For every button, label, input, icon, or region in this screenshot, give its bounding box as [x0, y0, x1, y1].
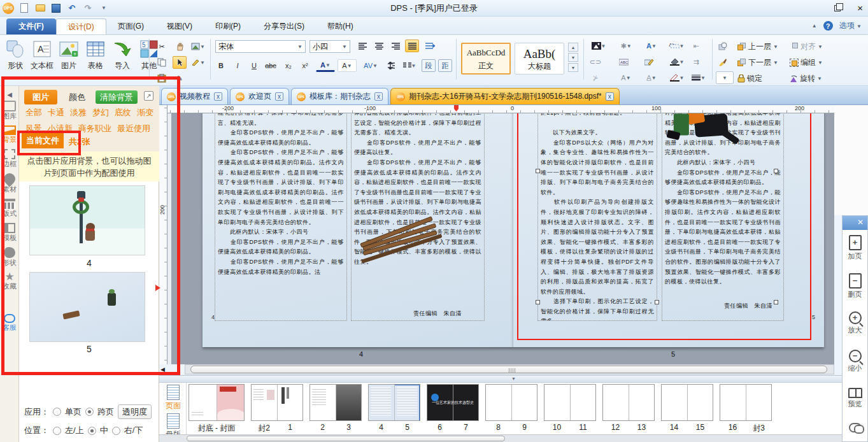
spread-10-11[interactable]: 1011 [544, 384, 596, 434]
background-thumbnail-5[interactable] [29, 272, 145, 342]
paste-icon[interactable] [155, 72, 169, 85]
align-center-button[interactable] [372, 39, 386, 52]
stack-icon[interactable] [716, 39, 730, 52]
paragraph-button[interactable]: 段 [422, 59, 436, 72]
superscript-button[interactable]: x² [298, 59, 312, 72]
spread-4-5[interactable]: 45 [368, 384, 420, 434]
selection-handle[interactable] [536, 169, 540, 173]
unlink-icon[interactable]: ⊁ [588, 71, 602, 84]
select-tool-button[interactable] [173, 56, 187, 69]
sidebar-item-border[interactable]: 边框 [0, 149, 19, 169]
wechat-button[interactable] [843, 423, 867, 432]
design-canvas[interactable]: 4 5 能化的价格计算，保障下单印刷过程无需多言、精准无误。 金印客DPS软件，… [167, 113, 834, 364]
menu-design[interactable]: 设计(D) [56, 18, 106, 34]
styles-more-icon[interactable]: ▼ [568, 63, 578, 72]
cat-texture[interactable]: 底纹 [115, 107, 131, 118]
text-frame-p4c2[interactable]: 体的智能化设计排版印刷软件，也是目前唯的工艺设定，智能化的价格计算，保障下单印刷… [351, 113, 485, 321]
sidebar-item-gallery[interactable]: 图库 [0, 101, 19, 121]
delete-page-button[interactable]: −删页 [843, 273, 867, 299]
char-spacing-button[interactable]: AV▼ [360, 59, 381, 72]
bring-forward-button[interactable]: 上一层▼ [737, 41, 778, 52]
line-spacing-button[interactable] [383, 59, 397, 72]
align-justify-button[interactable] [405, 39, 419, 52]
spread-12-13[interactable]: 1213 [602, 384, 655, 434]
selection-handle[interactable] [774, 300, 778, 304]
style-body-text[interactable]: AaBbCcDd 正文 [461, 43, 511, 75]
options-button[interactable]: 选项 ▼ [839, 20, 862, 31]
close-button[interactable]: × [857, 3, 863, 13]
close-tab-icon[interactable]: x [275, 92, 283, 101]
pen-tool-icon[interactable]: ▼ [189, 56, 208, 69]
spread-2-3[interactable]: 23 [309, 384, 362, 434]
sidebar-item-shape[interactable]: 形状 [0, 247, 19, 267]
scrollbar-thumb[interactable] [190, 366, 827, 373]
copy-icon[interactable] [155, 56, 169, 69]
close-tab-icon[interactable]: x [214, 92, 222, 101]
zoom-in-button[interactable]: +放大 [843, 311, 867, 335]
spell-check-icon[interactable]: ABC [616, 55, 630, 68]
current-file-tab[interactable]: 当前文件 [22, 133, 64, 148]
distribute-button[interactable] [423, 39, 437, 52]
format-painter-icon[interactable] [716, 55, 730, 68]
import-button[interactable]: 导入 [111, 38, 134, 71]
ruler-marker-icon[interactable] [454, 105, 459, 111]
bold-button[interactable]: B [214, 59, 228, 72]
spread-6-7[interactable]: 一位艺术家的技术选型史 67 [427, 384, 479, 434]
menu-print[interactable]: 印刷(P) [204, 18, 252, 34]
spread-16-f3[interactable]: 16封3 [720, 384, 772, 434]
line-weight-button[interactable]: ▼ [689, 71, 708, 84]
font-style-a-icon[interactable]: A▼ [642, 39, 661, 52]
pos-left-radio[interactable] [53, 427, 61, 435]
font-size-select[interactable]: 小四▼ [309, 40, 350, 53]
panel-tab-color[interactable]: 颜色 [61, 90, 93, 104]
close-tab-icon[interactable]: x [606, 92, 614, 101]
shape-fill-swatch[interactable]: ▼ [716, 71, 734, 84]
insert-picture-button[interactable]: + 图片 [57, 38, 80, 71]
zoom-tool-icon[interactable]: ✎ [173, 72, 187, 85]
background-thumbnail-4[interactable] [29, 185, 145, 255]
apply-single-radio[interactable] [53, 408, 61, 416]
scrollbar-thumb[interactable] [187, 436, 505, 441]
effect-settings-icon[interactable]: ✱▼ [616, 39, 636, 52]
text-wrap-button[interactable]: ▼ [588, 39, 609, 52]
selection-handle[interactable] [774, 169, 778, 173]
close-tab-icon[interactable]: x [374, 92, 383, 101]
add-page-button[interactable]: +加页 [843, 235, 867, 261]
sidebar-item-background[interactable]: 背景 [0, 125, 19, 145]
send-backward-button[interactable]: 下一层▼ [737, 57, 778, 68]
sidebar-item-template[interactable]: 模板 [0, 223, 19, 243]
indent-left-icon[interactable]: ⇤ [689, 39, 703, 52]
font-family-select[interactable]: 宋体▼ [215, 40, 306, 53]
styles-scroll-up-icon[interactable]: ▲ [568, 43, 578, 52]
menu-help[interactable]: 帮助(H) [316, 18, 365, 34]
cat-all[interactable]: 全部 [25, 107, 42, 118]
doc-tab-template-library[interactable]: DPS 模板库：期刊杂志x [291, 88, 388, 104]
preview-button[interactable]: 预览 [843, 388, 867, 409]
spread-f2-1[interactable]: 封21 [251, 384, 303, 434]
sidebar-item-service[interactable]: 客服 [0, 314, 19, 332]
cat-recent[interactable]: 最近使用 [117, 123, 150, 134]
rotate-button[interactable]: 旋转▼ [790, 73, 822, 84]
text-frame-p4c1[interactable]: 能化的价格计算，保障下单印刷过程无需多言、精准无误。 金印客DPS软件，使用户足… [215, 113, 347, 321]
style-headline[interactable]: AaBb( 大标题 [515, 43, 564, 75]
pos-right-radio[interactable] [112, 427, 120, 435]
cat-elegant[interactable]: 淡雅 [70, 107, 87, 118]
sidebar-item-layout[interactable]: 版式 [0, 199, 19, 218]
cat-dream[interactable]: 梦幻 [92, 107, 109, 118]
opacity-button[interactable]: 透明度 [118, 404, 152, 419]
indent-right-icon[interactable]: ⇉ [689, 55, 703, 68]
tab-pages[interactable]: 页面 [161, 385, 185, 411]
cat-business[interactable]: 商务职业 [78, 123, 111, 134]
collapse-ribbon-icon[interactable]: ▲ [812, 23, 817, 29]
cat-gradient[interactable]: 渐变 [137, 107, 153, 118]
menu-page[interactable]: 页面(G) [106, 18, 155, 34]
insert-table-button[interactable]: 表格 [84, 38, 107, 71]
menu-file[interactable]: 文件(F) [6, 18, 56, 34]
clear-background-button[interactable]: 清除背景 [96, 90, 138, 104]
close-panel-icon[interactable]: ✕ [857, 218, 864, 227]
link-icon[interactable]: ⊂⊃ [588, 55, 602, 68]
zoom-out-button[interactable]: −缩小 [843, 350, 867, 373]
group-button[interactable]: 编组▼ [790, 57, 823, 68]
menu-view[interactable]: 视图(V) [155, 18, 204, 34]
spacing-dialog-button[interactable]: 距 [438, 59, 452, 72]
